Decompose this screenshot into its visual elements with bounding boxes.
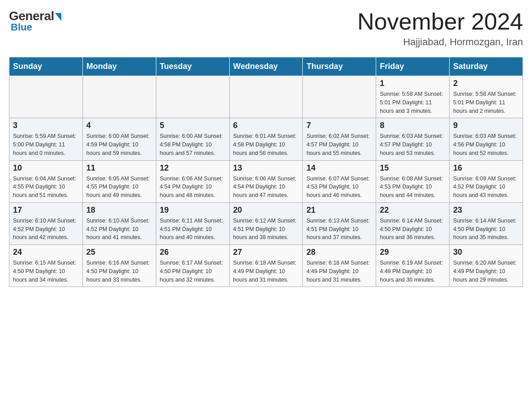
day-number: 21 [306,206,372,215]
day-number: 11 [86,163,152,173]
week-row-1: 1Sunrise: 5:58 AM Sunset: 5:01 PM Daylig… [9,76,523,118]
calendar-cell: 4Sunrise: 6:00 AM Sunset: 4:59 PM Daylig… [82,118,156,160]
day-info: Sunrise: 6:15 AM Sunset: 4:50 PM Dayligh… [13,259,79,284]
day-number: 7 [306,121,372,130]
week-row-5: 24Sunrise: 6:15 AM Sunset: 4:50 PM Dayli… [9,245,523,287]
day-number: 19 [160,206,226,215]
logo: General Blue [9,9,61,33]
calendar-cell: 24Sunrise: 6:15 AM Sunset: 4:50 PM Dayli… [9,245,83,287]
weekday-wednesday: Wednesday [229,57,303,76]
day-number: 28 [306,248,372,257]
day-number: 1 [380,79,446,88]
week-row-2: 3Sunrise: 5:59 AM Sunset: 5:00 PM Daylig… [9,118,523,160]
day-number: 13 [233,163,299,173]
calendar-cell: 19Sunrise: 6:11 AM Sunset: 4:51 PM Dayli… [156,202,229,244]
day-number: 16 [453,163,519,173]
day-number: 22 [380,206,446,215]
day-number: 5 [160,121,226,130]
calendar-title: November 2024 [357,9,523,34]
day-info: Sunrise: 5:59 AM Sunset: 5:00 PM Dayligh… [13,132,79,157]
day-info: Sunrise: 6:06 AM Sunset: 4:54 PM Dayligh… [160,175,226,200]
day-number: 14 [306,163,372,173]
calendar-cell: 30Sunrise: 6:20 AM Sunset: 4:49 PM Dayli… [450,245,523,287]
day-number: 20 [233,206,299,215]
day-number: 27 [233,248,299,257]
calendar-cell: 7Sunrise: 6:02 AM Sunset: 4:57 PM Daylig… [303,118,376,160]
calendar-cell: 6Sunrise: 6:01 AM Sunset: 4:58 PM Daylig… [229,118,303,160]
calendar-cell: 28Sunrise: 6:18 AM Sunset: 4:49 PM Dayli… [303,245,376,287]
day-info: Sunrise: 6:20 AM Sunset: 4:49 PM Dayligh… [453,259,519,284]
calendar-subtitle: Hajjiabad, Hormozgan, Iran [357,36,523,48]
day-info: Sunrise: 6:05 AM Sunset: 4:55 PM Dayligh… [86,175,152,200]
day-number: 3 [13,121,79,130]
day-info: Sunrise: 5:58 AM Sunset: 5:01 PM Dayligh… [453,90,519,115]
title-block: November 2024 Hajjiabad, Hormozgan, Iran [357,9,523,48]
day-info: Sunrise: 6:18 AM Sunset: 4:49 PM Dayligh… [233,259,299,284]
weekday-header-row: SundayMondayTuesdayWednesdayThursdayFrid… [9,57,523,76]
calendar-table: SundayMondayTuesdayWednesdayThursdayFrid… [9,57,523,287]
calendar-cell [156,76,229,118]
day-number: 10 [13,163,79,173]
day-info: Sunrise: 6:12 AM Sunset: 4:51 PM Dayligh… [233,217,299,242]
calendar-cell: 13Sunrise: 6:06 AM Sunset: 4:54 PM Dayli… [229,160,303,202]
calendar-cell: 25Sunrise: 6:16 AM Sunset: 4:50 PM Dayli… [82,245,156,287]
day-info: Sunrise: 6:07 AM Sunset: 4:53 PM Dayligh… [306,175,372,200]
calendar-cell: 12Sunrise: 6:06 AM Sunset: 4:54 PM Dayli… [156,160,229,202]
calendar-cell: 23Sunrise: 6:14 AM Sunset: 4:50 PM Dayli… [450,202,523,244]
calendar-cell: 26Sunrise: 6:17 AM Sunset: 4:50 PM Dayli… [156,245,229,287]
calendar-cell: 2Sunrise: 5:58 AM Sunset: 5:01 PM Daylig… [450,76,523,118]
day-number: 26 [160,248,226,257]
logo-arrow-icon [55,13,61,21]
day-number: 18 [86,206,152,215]
page-header: General Blue November 2024 Hajjiabad, Ho… [9,9,523,48]
calendar-cell [303,76,376,118]
calendar-cell: 20Sunrise: 6:12 AM Sunset: 4:51 PM Dayli… [229,202,303,244]
calendar-cell: 10Sunrise: 6:04 AM Sunset: 4:55 PM Dayli… [9,160,83,202]
day-info: Sunrise: 6:11 AM Sunset: 4:51 PM Dayligh… [160,217,226,242]
day-info: Sunrise: 6:03 AM Sunset: 4:56 PM Dayligh… [453,132,519,157]
day-number: 30 [453,248,519,257]
calendar-cell: 18Sunrise: 6:10 AM Sunset: 4:52 PM Dayli… [82,202,156,244]
week-row-4: 17Sunrise: 6:10 AM Sunset: 4:52 PM Dayli… [9,202,523,244]
day-number: 4 [86,121,152,130]
day-info: Sunrise: 6:01 AM Sunset: 4:58 PM Dayligh… [233,132,299,157]
day-info: Sunrise: 6:19 AM Sunset: 4:49 PM Dayligh… [380,259,446,284]
weekday-sunday: Sunday [9,57,83,76]
day-number: 17 [13,206,79,215]
calendar-cell: 16Sunrise: 6:09 AM Sunset: 4:52 PM Dayli… [450,160,523,202]
logo-blue-text: Blue [11,21,32,33]
calendar-cell: 15Sunrise: 6:08 AM Sunset: 4:53 PM Dayli… [376,160,450,202]
calendar-cell: 1Sunrise: 5:58 AM Sunset: 5:01 PM Daylig… [376,76,450,118]
calendar-cell [9,76,83,118]
calendar-cell: 17Sunrise: 6:10 AM Sunset: 4:52 PM Dayli… [9,202,83,244]
day-info: Sunrise: 6:10 AM Sunset: 4:52 PM Dayligh… [86,217,152,242]
day-info: Sunrise: 6:13 AM Sunset: 4:51 PM Dayligh… [306,217,372,242]
day-info: Sunrise: 6:17 AM Sunset: 4:50 PM Dayligh… [160,259,226,284]
day-info: Sunrise: 6:02 AM Sunset: 4:57 PM Dayligh… [306,132,372,157]
day-info: Sunrise: 5:58 AM Sunset: 5:01 PM Dayligh… [380,90,446,115]
day-info: Sunrise: 6:04 AM Sunset: 4:55 PM Dayligh… [13,175,79,200]
weekday-friday: Friday [376,57,450,76]
calendar-cell: 29Sunrise: 6:19 AM Sunset: 4:49 PM Dayli… [376,245,450,287]
day-number: 25 [86,248,152,257]
calendar-cell [82,76,156,118]
day-number: 15 [380,163,446,173]
day-number: 2 [453,79,519,88]
day-info: Sunrise: 6:00 AM Sunset: 4:58 PM Dayligh… [160,132,226,157]
day-info: Sunrise: 6:08 AM Sunset: 4:53 PM Dayligh… [380,175,446,200]
calendar-cell: 21Sunrise: 6:13 AM Sunset: 4:51 PM Dayli… [303,202,376,244]
day-number: 12 [160,163,226,173]
day-info: Sunrise: 6:06 AM Sunset: 4:54 PM Dayligh… [233,175,299,200]
weekday-thursday: Thursday [303,57,376,76]
calendar-cell: 11Sunrise: 6:05 AM Sunset: 4:55 PM Dayli… [82,160,156,202]
calendar-cell: 8Sunrise: 6:03 AM Sunset: 4:57 PM Daylig… [376,118,450,160]
calendar-cell: 14Sunrise: 6:07 AM Sunset: 4:53 PM Dayli… [303,160,376,202]
calendar-cell: 9Sunrise: 6:03 AM Sunset: 4:56 PM Daylig… [450,118,523,160]
day-info: Sunrise: 6:16 AM Sunset: 4:50 PM Dayligh… [86,259,152,284]
day-number: 8 [380,121,446,130]
weekday-tuesday: Tuesday [156,57,229,76]
calendar-cell [229,76,303,118]
weekday-monday: Monday [82,57,156,76]
day-number: 9 [453,121,519,130]
day-number: 24 [13,248,79,257]
